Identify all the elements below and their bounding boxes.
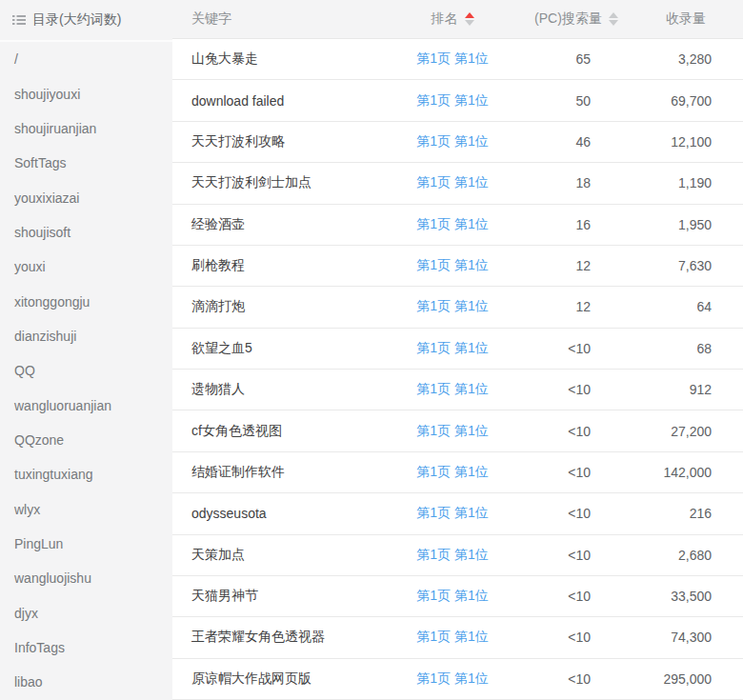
- table-row: 天猫男神节第1页 第1位<1033,500: [172, 576, 743, 617]
- inclusion-volume-cell: 69,700: [629, 93, 743, 109]
- sidebar-item-youxixiazai[interactable]: youxixiazai: [0, 180, 172, 214]
- rank-cell: 第1页 第1位: [381, 216, 524, 233]
- rank-link[interactable]: 第1页 第1位: [416, 50, 488, 66]
- column-header-inclusion-volume-label: 收录量: [666, 10, 706, 28]
- sidebar-item-qqzone[interactable]: QQzone: [0, 423, 172, 457]
- table-row: cf女角色透视图第1页 第1位<1027,200: [172, 410, 743, 451]
- column-header-pc-search-volume[interactable]: (PC)搜索量: [524, 10, 629, 28]
- keyword-cell: 刷枪教程: [172, 257, 381, 274]
- sidebar-item-root[interactable]: /: [0, 42, 172, 76]
- keyword-cell: odysseusota: [172, 506, 381, 521]
- pc-search-volume-cell: 16: [524, 217, 629, 232]
- rank-cell: 第1页 第1位: [381, 670, 524, 688]
- rank-link[interactable]: 第1页 第1位: [416, 216, 488, 231]
- keyword-cell: 天猫男神节: [172, 588, 381, 605]
- sidebar-item-shoujiruanjian[interactable]: shoujiruanjian: [0, 111, 172, 146]
- rank-cell: 第1页 第1位: [381, 629, 524, 646]
- sidebar-item-wlyx[interactable]: wlyx: [0, 491, 172, 526]
- sidebar-item-djyx[interactable]: djyx: [0, 596, 172, 630]
- sidebar-item-softtags[interactable]: SoftTags: [0, 146, 172, 180]
- inclusion-volume-cell: 295,000: [629, 671, 743, 687]
- inclusion-volume-cell: 68: [629, 341, 743, 356]
- sidebar-nav: /shoujiyouxishoujiruanjianSoftTagsyouxix…: [0, 42, 172, 700]
- pc-search-volume-cell: <10: [524, 382, 629, 397]
- rank-link[interactable]: 第1页 第1位: [416, 464, 488, 479]
- pc-search-volume-cell: <10: [524, 465, 629, 480]
- rank-link[interactable]: 第1页 第1位: [416, 257, 488, 272]
- inclusion-volume-cell: 74,300: [629, 630, 743, 645]
- sort-asc-icon[interactable]: [465, 12, 474, 18]
- rank-link[interactable]: 第1页 第1位: [416, 629, 488, 644]
- sort-desc-icon[interactable]: [609, 20, 618, 26]
- column-header-pc-search-volume-label: (PC)搜索量: [534, 10, 602, 28]
- sidebar-item-tuxingtuxiang[interactable]: tuxingtuxiang: [0, 457, 172, 491]
- inclusion-volume-cell: 142,000: [629, 465, 743, 480]
- column-header-rank[interactable]: 排名: [381, 10, 524, 28]
- rank-link[interactable]: 第1页 第1位: [416, 381, 488, 396]
- app-root: 目录(大约词数) /shoujiyouxishoujiruanjianSoftT…: [0, 0, 743, 700]
- rank-cell: 第1页 第1位: [381, 547, 524, 564]
- keyword-cell: 经验酒壶: [172, 216, 381, 233]
- rank-link[interactable]: 第1页 第1位: [416, 92, 488, 108]
- sidebar-title: 目录(大约词数): [32, 11, 121, 29]
- rank-link[interactable]: 第1页 第1位: [416, 133, 488, 149]
- rank-cell: 第1页 第1位: [381, 588, 524, 605]
- keyword-cell: 滴滴打炮: [172, 298, 381, 315]
- column-header-keyword: 关键字: [172, 10, 381, 28]
- table-row: 王者荣耀女角色透视器第1页 第1位<1074,300: [172, 617, 743, 658]
- rank-link[interactable]: 第1页 第1位: [416, 340, 488, 355]
- sidebar-item-xitonggongju[interactable]: xitonggongju: [0, 284, 172, 318]
- sidebar-item-youxi[interactable]: youxi: [0, 250, 172, 284]
- keyword-cell: 山兔大暴走: [172, 50, 381, 68]
- table-row: 山兔大暴走第1页 第1位653,280: [172, 39, 743, 80]
- table-row: 遗物猎人第1页 第1位<10912: [172, 370, 743, 410]
- sidebar-item-qq[interactable]: QQ: [0, 353, 172, 388]
- rank-cell: 第1页 第1位: [381, 92, 524, 110]
- sidebar-item-dianzishuji[interactable]: dianzishuji: [0, 319, 172, 353]
- rank-cell: 第1页 第1位: [381, 298, 524, 315]
- sidebar-item-pinglun[interactable]: PingLun: [0, 527, 172, 561]
- rank-cell: 第1页 第1位: [381, 257, 524, 274]
- keyword-cell: 欲望之血5: [172, 340, 381, 357]
- keyword-cell: download failed: [172, 93, 381, 109]
- sidebar-item-wangluojishu[interactable]: wangluojishu: [0, 561, 172, 595]
- rank-link[interactable]: 第1页 第1位: [416, 588, 488, 603]
- keyword-cell: 天策加点: [172, 547, 381, 564]
- rank-link[interactable]: 第1页 第1位: [416, 298, 488, 313]
- rank-link[interactable]: 第1页 第1位: [416, 505, 488, 520]
- sidebar-item-shoujisoft[interactable]: shoujisoft: [0, 215, 172, 250]
- sidebar-header: 目录(大约词数): [0, 0, 172, 42]
- sidebar: 目录(大约词数) /shoujiyouxishoujiruanjianSoftT…: [0, 0, 172, 700]
- column-header-rank-label: 排名: [432, 10, 458, 28]
- list-icon: [12, 14, 26, 26]
- keyword-cell: 遗物猎人: [172, 381, 381, 398]
- table-row: 原谅帽大作战网页版第1页 第1位<10295,000: [172, 659, 743, 700]
- rank-cell: 第1页 第1位: [381, 505, 524, 522]
- rank-link[interactable]: 第1页 第1位: [416, 423, 488, 438]
- sidebar-item-infotags[interactable]: InfoTags: [0, 630, 172, 665]
- rank-cell: 第1页 第1位: [381, 381, 524, 398]
- sidebar-item-shoujiyouxi[interactable]: shoujiyouxi: [0, 76, 172, 110]
- sort-arrows-icon[interactable]: [465, 12, 474, 26]
- sort-asc-icon[interactable]: [609, 12, 618, 18]
- table-row: 经验酒壶第1页 第1位161,950: [172, 205, 743, 246]
- table-row: download failed第1页 第1位5069,700: [172, 80, 743, 121]
- pc-search-volume-cell: <10: [524, 341, 629, 356]
- inclusion-volume-cell: 64: [629, 299, 743, 314]
- sort-desc-icon[interactable]: [465, 20, 474, 26]
- pc-search-volume-cell: 50: [524, 93, 629, 109]
- table-row: 刷枪教程第1页 第1位127,630: [172, 246, 743, 287]
- rank-link[interactable]: 第1页 第1位: [416, 547, 488, 562]
- inclusion-volume-cell: 1,190: [629, 175, 743, 190]
- table-row: 结婚证制作软件第1页 第1位<10142,000: [172, 452, 743, 493]
- pc-search-volume-cell: 65: [524, 51, 629, 67]
- sort-arrows-icon[interactable]: [609, 12, 618, 26]
- table-row: 天天打波利剑士加点第1页 第1位181,190: [172, 163, 743, 204]
- sidebar-item-libao[interactable]: libao: [0, 665, 172, 699]
- sidebar-item-wangluoruanjian[interactable]: wangluoruanjian: [0, 388, 172, 422]
- rank-link[interactable]: 第1页 第1位: [416, 174, 488, 190]
- inclusion-volume-cell: 912: [629, 382, 743, 397]
- table-row: 天天打波利攻略第1页 第1位4612,100: [172, 122, 743, 163]
- pc-search-volume-cell: <10: [524, 630, 629, 645]
- rank-link[interactable]: 第1页 第1位: [416, 670, 488, 686]
